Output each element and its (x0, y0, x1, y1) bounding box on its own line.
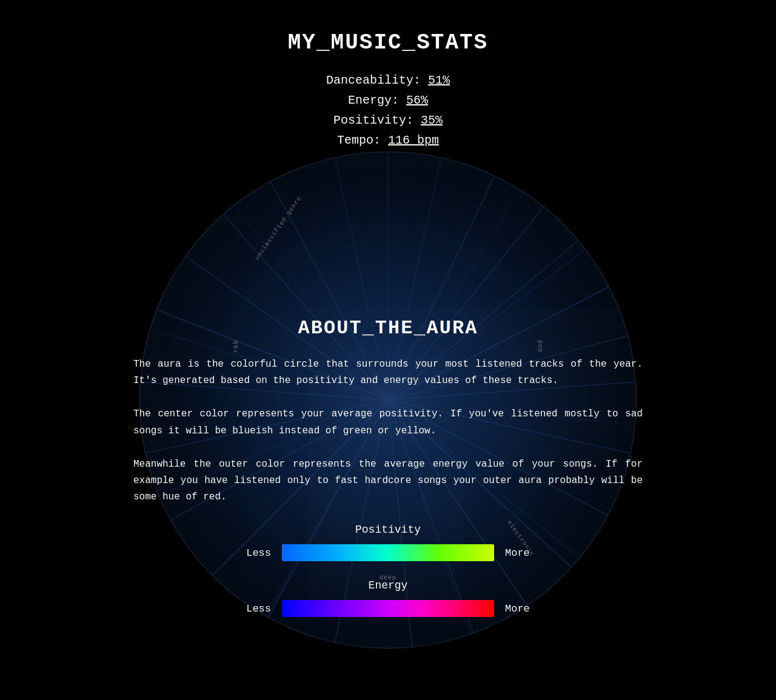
positivity-gradient-bar (282, 544, 494, 561)
about-paragraph-3: Meanwhile the outer color represents the… (133, 456, 643, 506)
spacer (133, 184, 643, 317)
energy-scale-title: Energy (133, 579, 643, 592)
positivity-stat: Positivity: 35% (133, 113, 643, 127)
page-title: MY_MUSIC_STATS (133, 30, 643, 55)
main-content: MY_MUSIC_STATS Danceability: 51% Energy:… (121, 0, 655, 672)
danceability-value: 51% (428, 73, 450, 87)
energy-scale-row: Less More (133, 600, 643, 617)
about-paragraph-2: The center color represents your average… (133, 406, 643, 439)
color-scale-section: Positivity Less More Energy Less More (133, 524, 643, 617)
energy-stat: Energy: 56% (133, 93, 643, 107)
stats-section: Danceability: 51% Energy: 56% Positivity… (133, 73, 643, 147)
positivity-scale-block: Positivity Less More (133, 524, 643, 561)
energy-less-label: Less (241, 603, 271, 615)
energy-more-label: More (505, 603, 535, 615)
danceability-stat: Danceability: 51% (133, 73, 643, 87)
energy-scale-block: Energy Less More (133, 579, 643, 617)
danceability-label: Danceability: (326, 73, 421, 87)
positivity-value: 35% (421, 113, 443, 127)
energy-gradient-bar (282, 600, 494, 617)
tempo-label: Tempo: (337, 133, 381, 147)
energy-label: Energy: (348, 93, 399, 107)
tempo-value: 116 bpm (388, 133, 439, 147)
about-section: ABOUT_THE_AURA The aura is the colorful … (133, 317, 643, 505)
tempo-stat: Tempo: 116 bpm (133, 133, 643, 147)
positivity-more-label: More (505, 547, 535, 559)
positivity-less-label: Less (241, 547, 271, 559)
about-paragraph-1: The aura is the colorful circle that sur… (133, 356, 643, 389)
positivity-label: Positivity: (333, 113, 413, 127)
about-title: ABOUT_THE_AURA (133, 317, 643, 339)
positivity-scale-title: Positivity (133, 524, 643, 536)
energy-value: 56% (406, 93, 428, 107)
positivity-scale-row: Less More (133, 544, 643, 561)
